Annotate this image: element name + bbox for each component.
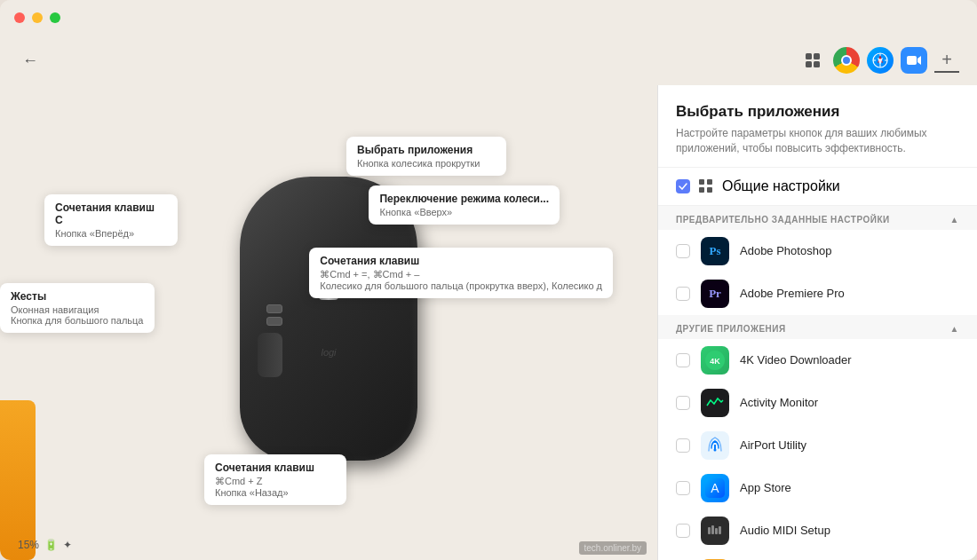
tooltip-shortcuts-back: Сочетания клавиш ⌘Cmd + Z Кнопка «Назад» [204,454,346,505]
preset-section-label: ПРЕДВАРИТЕЛЬНО ЗАДАННЫЕ НАСТРОЙКИ [676,215,890,225]
svg-rect-2 [806,61,812,67]
other-section-header: ДРУГИЕ ПРИЛОЖЕНИЯ ▲ [658,315,977,339]
tooltip-subtitle: Кнопка колесика прокрутки [357,158,496,169]
titlebar [0,0,977,35]
app-row-photoshop[interactable]: Ps Adobe Photoshop [658,230,977,272]
midi-icon [701,517,729,545]
battery-percent: 15% [18,539,39,551]
appstore-icon: A [701,474,729,502]
airport-icon [701,431,729,460]
svg-rect-24 [719,526,721,534]
tooltip-title-6: Жесты [11,290,144,303]
general-label: Общие настройки [722,178,840,194]
svg-rect-1 [814,53,820,59]
other-chevron[interactable]: ▲ [950,324,959,334]
photoshop-checkbox[interactable] [676,244,690,258]
logi-branding: logi [321,347,336,358]
4k-icon: 4K [701,346,729,375]
tooltip-subtitle-6b: Кнопка для большого пальца [11,315,144,326]
tooltip-title: Выбрать приложения [357,144,496,156]
tooltip-title-4: Сочетания клавиш [215,461,336,474]
svg-rect-11 [907,56,917,65]
photoshop-icon: Ps [701,237,729,265]
svg-text:A: A [711,481,719,495]
svg-rect-22 [711,525,714,534]
svg-marker-12 [917,56,921,65]
app-row-midi[interactable]: Audio MIDI Setup [658,509,977,552]
app-row-premiere[interactable]: Pr Adobe Premiere Pro [658,272,977,315]
side-button-1 [266,304,282,313]
tooltip-title-2: Переключение режима колеси... [379,193,549,205]
safari-tab[interactable] [867,47,894,74]
preset-section-header: ПРЕДВАРИТЕЛЬНО ЗАДАННЫЕ НАСТРОЙКИ ▲ [658,206,977,230]
side-buttons [266,304,282,326]
svg-rect-0 [806,53,812,59]
preset-chevron[interactable]: ▲ [950,215,959,225]
traffic-lights [14,12,60,23]
mouse-graphic: logi Выбрать приложения Кнопка колесика … [204,150,453,487]
activity-icon [701,389,729,417]
premiere-checkbox[interactable] [676,287,690,301]
midi-name: Audio MIDI Setup [740,524,959,537]
right-panel: Выбрать приложения Настройте параметры к… [657,85,977,560]
premiere-name: Adobe Premiere Pro [740,287,959,300]
svg-rect-23 [715,528,718,534]
premiere-icon: Pr [701,280,729,308]
appstore-name: App Store [740,481,959,494]
zoom-tab[interactable] [901,47,927,74]
airport-checkbox[interactable] [676,438,690,453]
svg-rect-21 [708,527,711,534]
app-list: ПРЕДВАРИТЕЛЬНО ЗАДАННЫЕ НАСТРОЙКИ ▲ Ps A… [658,206,977,560]
bluetooth-icon: ✦ [63,539,72,551]
general-grid-icon [699,179,713,193]
minimize-button[interactable] [32,12,43,23]
appstore-checkbox[interactable] [676,481,690,495]
svg-point-17 [714,448,717,451]
tooltip-subtitle-3b: Колесико для большого пальца (прокрутка … [320,280,602,291]
orange-accent [0,400,36,560]
app-row-airport[interactable]: AirPort Utility [658,424,977,467]
tooltip-shortcuts-forward: Сочетания клавишC Кнопка «Вперёд» [44,194,178,246]
tooltip-title-5: Сочетания клавишC [55,201,167,226]
side-button-2 [266,317,282,326]
airport-name: AirPort Utility [740,438,959,452]
tooltip-subtitle-3: ⌘Cmd + =, ⌘Cmd + – [320,269,602,280]
panel-header: Выбрать приложения Настройте параметры к… [658,85,977,168]
activity-name: Activity Monitor [740,396,959,409]
back-button[interactable]: ← [18,48,43,73]
app-switcher: + [799,47,959,74]
panel-description: Настройте параметры кнопок для ваших люб… [676,126,959,156]
other-section-label: ДРУГИЕ ПРИЛОЖЕНИЯ [676,324,786,334]
panel-title: Выбрать приложения [676,103,959,121]
photoshop-name: Adobe Photoshop [740,244,959,257]
tooltip-shortcuts-right: Сочетания клавиш ⌘Cmd + =, ⌘Cmd + – Коле… [309,248,613,298]
general-settings-row[interactable]: Общие настройки [658,168,977,206]
add-app-button[interactable]: + [934,48,959,73]
main-window: ← [0,0,977,560]
tooltip-scroll-mode: Переключение режима колеси... Кнопка «Вв… [369,185,560,225]
svg-text:4K: 4K [710,357,720,366]
midi-checkbox[interactable] [676,524,690,538]
tooltip-subtitle-5: Кнопка «Вперёд» [55,228,167,239]
tooltip-middle-button: Выбрать приложения Кнопка колесика прокр… [346,137,506,176]
status-bar: 15% 🔋 ✦ [18,539,72,551]
app-row-automator[interactable]: 🤖 Automator [658,552,977,560]
thumb-zone [258,333,282,377]
tooltip-gestures: Жесты Оконная навигация Кнопка для больш… [0,283,155,333]
chrome-tab[interactable] [833,47,860,74]
watermark: tech.onliner.by [579,541,647,555]
grid-icon-button[interactable] [799,47,826,74]
tooltip-subtitle-4: ⌘Cmd + Z [215,476,336,487]
tooltip-subtitle-6: Оконная навигация [11,304,144,315]
main-content: logi Выбрать приложения Кнопка колесика … [0,85,977,560]
app-row-appstore[interactable]: A App Store [658,467,977,509]
tooltip-subtitle-4b: Кнопка «Назад» [215,487,336,498]
close-button[interactable] [14,12,25,23]
app-row-4k[interactable]: 4K 4K Video Downloader [658,339,977,382]
tooltip-title-3: Сочетания клавиш [320,255,602,267]
app-row-activity[interactable]: Activity Monitor [658,382,977,424]
4k-checkbox[interactable] [676,353,690,367]
activity-checkbox[interactable] [676,396,690,410]
fullscreen-button[interactable] [50,12,60,23]
general-checkbox[interactable] [676,179,690,193]
